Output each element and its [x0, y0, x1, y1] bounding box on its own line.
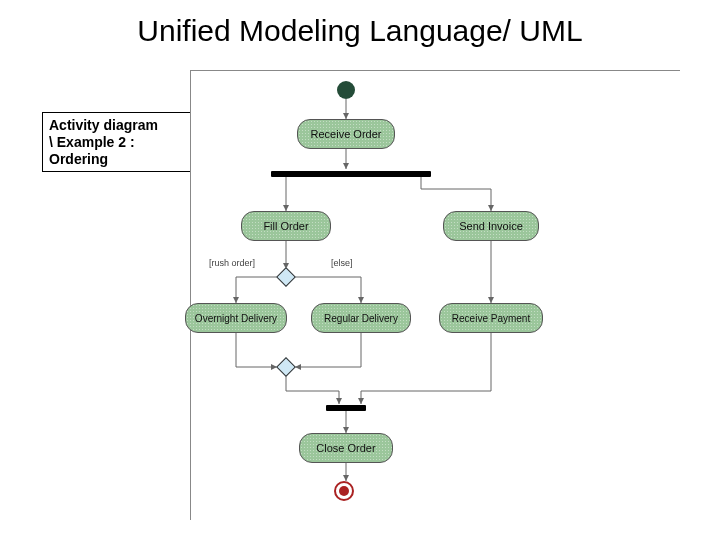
activity-receive-order: Receive Order: [297, 119, 395, 149]
activity-diagram: Receive Order Fill Order Send Invoice [r…: [190, 70, 680, 520]
guard-else: [else]: [331, 258, 353, 268]
caption-line3: Ordering: [49, 151, 190, 168]
final-node-inner: [339, 486, 349, 496]
activity-receive-payment: Receive Payment: [439, 303, 543, 333]
caption-box: Activity diagram \ Example 2 : Ordering: [42, 112, 197, 172]
join-bar-bottom: [326, 405, 366, 411]
activity-send-invoice: Send Invoice: [443, 211, 539, 241]
activity-overnight-delivery: Overnight Delivery: [185, 303, 287, 333]
guard-rush: [rush order]: [209, 258, 255, 268]
final-node: [334, 481, 354, 501]
edges-layer: [191, 71, 681, 521]
caption-line2: \ Example 2 :: [49, 134, 190, 151]
activity-close-order: Close Order: [299, 433, 393, 463]
fork-bar-top: [271, 171, 431, 177]
page-title: Unified Modeling Language/ UML: [0, 14, 720, 48]
initial-node: [337, 81, 355, 99]
activity-regular-delivery: Regular Delivery: [311, 303, 411, 333]
caption-line1: Activity diagram: [49, 117, 190, 134]
activity-fill-order: Fill Order: [241, 211, 331, 241]
